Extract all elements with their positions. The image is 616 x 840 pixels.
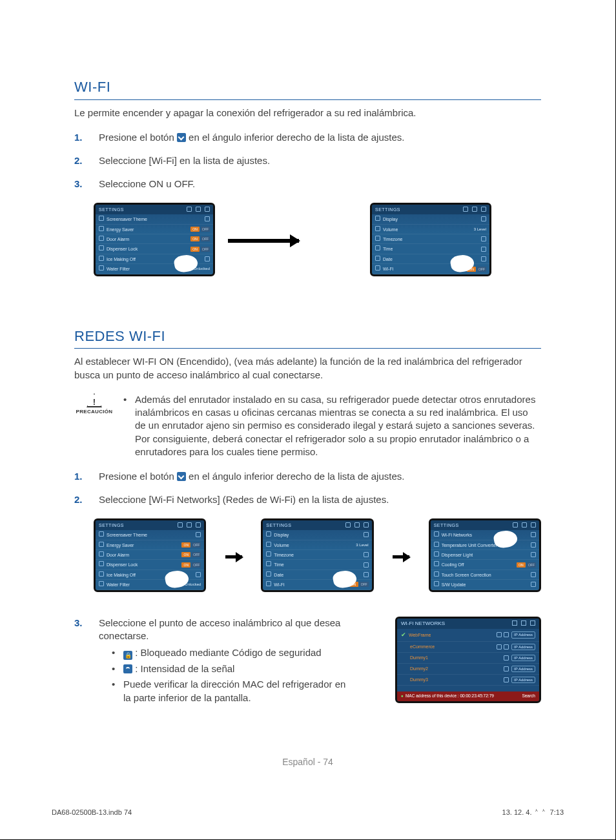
caution-block: PRECAUCIÓN Además del enrutador instalad… [74, 393, 541, 458]
network-row[interactable]: Dummy3IP Address [397, 675, 539, 686]
toggle-off[interactable]: OFF [201, 247, 210, 252]
screen-title: SETTINGS [434, 522, 459, 528]
lock-icon [497, 644, 502, 650]
list-item[interactable]: Volume [383, 227, 398, 232]
list-item[interactable]: Display [383, 217, 398, 221]
step-text: Seleccione [Wi-Fi] en la lista de ajuste… [99, 154, 541, 167]
list-item[interactable]: Date [383, 257, 393, 261]
arrow-right-icon [221, 549, 245, 562]
list-item[interactable]: Ice Making Off [107, 573, 136, 577]
toggle-on[interactable]: ON [181, 552, 190, 557]
list-item[interactable]: Water Filter [107, 267, 130, 271]
step-num: 2. [74, 154, 99, 167]
network-row[interactable]: Dummy2IP Address [397, 664, 539, 675]
list-item[interactable]: Volume [274, 543, 289, 548]
step-text: Seleccione ON u OFF. [99, 178, 541, 190]
list-item[interactable]: Dispenser Lock [107, 247, 138, 251]
step-text: Seleccione [Wi-Fi Networks] (Redes de Wi… [99, 493, 541, 506]
toggle-off[interactable]: OFF [201, 236, 210, 241]
status-text: 3 Level [474, 227, 486, 232]
ip-address-button[interactable]: IP Address [511, 677, 535, 683]
signal-icon [504, 632, 509, 637]
list-item[interactable]: Date [274, 573, 283, 577]
wifi-steps: 1. Presione el botón en el ángulo inferi… [74, 131, 541, 191]
network-row[interactable]: ✔WebFrameIP Address [397, 629, 539, 641]
list-item[interactable]: Screensaver Theme [107, 217, 147, 221]
signal-icon [504, 677, 509, 682]
step-text: Presione el botón en el ángulo inferior … [99, 470, 541, 483]
toggle-off[interactable]: OFF [360, 582, 369, 587]
chevron-down-icon [177, 133, 186, 142]
step-text: Presione el botón en el ángulo inferior … [99, 131, 541, 144]
toggle-on[interactable]: ON [190, 227, 200, 232]
network-name: eCommerce [410, 644, 497, 650]
step-after: en el ángulo inferior derecho de la list… [189, 471, 404, 482]
toggle-on[interactable]: ON [517, 562, 526, 568]
list-item[interactable]: Ice Making Off [107, 257, 136, 261]
screen-title: SETTINGS [99, 207, 124, 212]
list-item[interactable]: Timezone [383, 237, 402, 241]
bullet-text: : Intensidad de la señal [132, 663, 234, 674]
bullet-lock: 🔒 : Bloqueado mediante Código de segurid… [112, 646, 354, 660]
list-item[interactable]: Wi-Fi [274, 582, 284, 587]
ip-address-button[interactable]: IP Address [511, 631, 535, 638]
toggle-off[interactable]: OFF [477, 267, 486, 272]
signal-icon [504, 655, 509, 661]
list-item[interactable]: Dispenser Lock [107, 562, 138, 567]
network-name: WebFrame [409, 632, 431, 638]
list-item[interactable]: Door Alarm [107, 237, 129, 241]
list-item[interactable]: Wi-Fi [383, 267, 393, 271]
step-after: en el ángulo inferior derecho de la list… [189, 132, 404, 143]
list-item[interactable]: Display [274, 533, 289, 537]
screen-title: SETTINGS [266, 522, 291, 528]
list-item[interactable]: S/W Update [442, 582, 466, 587]
file-name: DA68-02500B-13.indb 74 [52, 808, 132, 817]
list-item[interactable]: Time [274, 562, 283, 567]
wifi-networks-screen: WI-FI NETWORKS ✔WebFrameIP Address eComm… [395, 617, 541, 703]
list-item[interactable]: Door Alarm [107, 553, 129, 557]
list-item[interactable]: Energy Saver [107, 227, 134, 232]
toggle-on[interactable]: ON [190, 247, 200, 252]
settings-screen-b: SETTINGS Display Volume3 Level Timezone … [261, 518, 373, 592]
signal-icon [504, 666, 509, 671]
step-num: 3. [74, 617, 99, 707]
status-text: 3 Level [356, 542, 368, 548]
mac-address: MAC address of this device : 00:00:23:45… [406, 693, 494, 698]
ip-address-button[interactable]: IP Address [511, 666, 535, 672]
toggle-off[interactable]: OFF [192, 542, 201, 548]
list-item[interactable]: Cooling Off [442, 562, 464, 567]
screen-title: SETTINGS [99, 522, 124, 528]
settings-screen-a: SETTINGS Screensaver Theme Energy SaverO… [94, 518, 206, 592]
step-num: 3. [74, 178, 99, 190]
toggle-on[interactable]: ON [181, 542, 190, 548]
step-before: Presione el botón [99, 132, 177, 143]
toggle-off[interactable]: OFF [192, 552, 201, 557]
list-item[interactable]: Screensaver Theme [107, 533, 147, 537]
network-name: Dummy3 [410, 677, 504, 682]
toggle-off[interactable]: OFF [201, 227, 210, 232]
toggle-on[interactable]: ON [190, 236, 200, 241]
screen-title: SETTINGS [375, 207, 400, 212]
list-item[interactable]: Touch Screen Correction [442, 573, 491, 577]
toggle-on[interactable]: ON [181, 562, 190, 568]
network-row[interactable]: Dummy1IP Address [397, 653, 539, 664]
list-item[interactable]: Temperature Unit Converter [442, 543, 497, 548]
toggle-off[interactable]: OFF [192, 562, 201, 568]
caution-text: Además del enrutador instalado en su cas… [123, 393, 541, 458]
step-num: 1. [74, 131, 99, 144]
ip-address-button[interactable]: IP Address [511, 644, 535, 650]
arrow-right-icon [215, 233, 312, 246]
search-button[interactable]: Search [522, 693, 535, 699]
list-item[interactable]: Dispenser Light [442, 553, 473, 557]
wifi-screens-row: SETTINGS Screensaver Theme Energy SaverO… [94, 203, 541, 276]
redes-section-title: REDES WI-FI [74, 327, 541, 349]
check-icon: ✔ [401, 631, 406, 639]
ip-address-button[interactable]: IP Address [511, 655, 535, 661]
list-item[interactable]: Energy Saver [107, 543, 134, 548]
list-item[interactable]: Wi-Fi Networks [442, 533, 472, 537]
list-item[interactable]: Timezone [274, 553, 293, 557]
toggle-off[interactable]: OFF [527, 562, 536, 568]
network-row[interactable]: eCommerceIP Address [397, 642, 539, 653]
list-item[interactable]: Time [383, 247, 393, 251]
list-item[interactable]: Water Filter [107, 582, 130, 587]
